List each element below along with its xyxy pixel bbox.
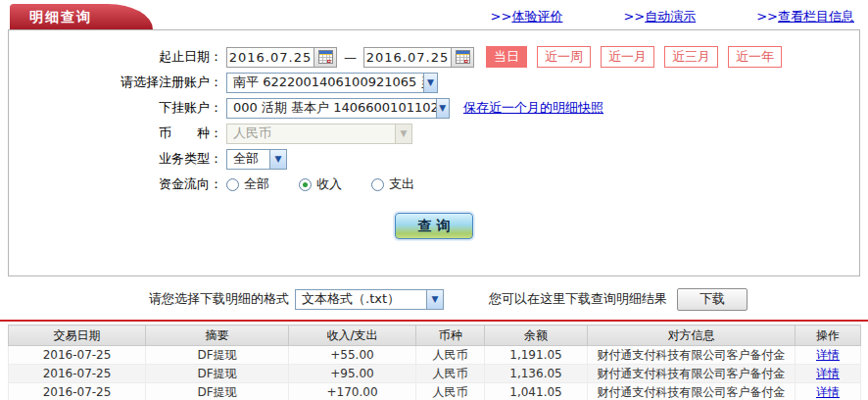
register-account-select[interactable]: 南平 6222001406100921065 灵通卡 ▼ [226, 73, 438, 93]
header-row: 交易日期 摘要 收入/支出 币种 余额 对方信息 操作 [9, 325, 861, 346]
col-header-counterparty: 对方信息 [588, 325, 796, 346]
link-auto-demo[interactable]: >>自动演示 [623, 8, 696, 25]
fund-flow-radio-all[interactable] [226, 178, 239, 191]
fund-flow-label: 资金流向： [9, 175, 226, 193]
link-label: 自动演示 [645, 9, 696, 24]
table-row: 2016-07-25 DF提现 +170.00 人民币 1,041.05 财付通… [9, 383, 861, 400]
link-prefix: >> [491, 9, 512, 24]
date-to-calendar-button[interactable] [451, 48, 473, 67]
fund-flow-option-label: 收入 [316, 175, 342, 193]
cell-amount: +95.00 [289, 365, 416, 383]
fund-flow-radio-group: 全部 收入 支出 [226, 175, 444, 193]
fund-flow-option-label: 支出 [389, 175, 414, 193]
col-header-action: 操作 [796, 325, 861, 346]
top-links: >>体验评价 >>自动演示 >>查看栏目信息 [430, 8, 854, 25]
download-button[interactable]: 下载 [677, 288, 747, 311]
calendar-icon [318, 50, 333, 64]
result-table: 交易日期 摘要 收入/支出 币种 余额 对方信息 操作 2016-07-25 D… [8, 325, 861, 400]
chevron-down-icon: ▼ [426, 290, 443, 309]
cell-amount: +170.00 [289, 383, 416, 400]
date-from-field: 2016.07.25 [226, 47, 337, 68]
quick-range-month-button[interactable]: 近一月 [601, 46, 654, 68]
query-button-row: 查 询 [9, 213, 859, 239]
date-range-separator: — [344, 50, 357, 65]
chevron-down-icon: ▼ [436, 99, 449, 118]
link-column-info[interactable]: >>查看栏目信息 [756, 8, 854, 25]
top-bar: 明细查询 >>体验评价 >>自动演示 >>查看栏目信息 [0, 0, 868, 29]
date-to-input[interactable]: 2016.07.25 [364, 50, 451, 65]
register-account-row: 请选择注册账户： 南平 6222001406100921065 灵通卡 ▼ [9, 70, 859, 95]
cell-currency: 人民币 [416, 383, 485, 400]
quick-range-year-button[interactable]: 近一年 [728, 46, 782, 68]
link-prefix: >> [623, 9, 645, 24]
download-row: 请您选择下载明细的格式 文本格式（.txt） ▼ 您可以在这里下载查询明细结果 … [0, 286, 868, 312]
download-format-value: 文本格式（.txt） [296, 290, 406, 308]
red-divider [0, 320, 868, 322]
cell-amount: +55.00 [289, 346, 416, 365]
currency-row: 币 种： 人民币 ▼ [9, 121, 859, 146]
quick-range-quarter-button[interactable]: 近三月 [664, 46, 718, 68]
calendar-icon [456, 50, 470, 64]
col-header-balance: 余额 [485, 325, 588, 346]
quick-range-week-button[interactable]: 近一周 [537, 46, 591, 68]
business-type-row: 业务类型： 全部 ▼ [9, 146, 859, 172]
table-row: 2016-07-25 DF提现 +95.00 人民币 1,136.05 财付通支… [9, 365, 861, 383]
sub-account-value: 000 活期 基本户 1406600101102571848 [227, 99, 436, 117]
cell-balance: 1,041.05 [485, 383, 588, 400]
col-header-currency: 币种 [416, 325, 485, 346]
date-range-row: 起止日期： 2016.07.25 — 2016.07.25 当日 近一周 近一月… [9, 44, 859, 70]
date-from-calendar-button[interactable] [313, 48, 336, 67]
cell-currency: 人民币 [416, 346, 485, 365]
date-from-input[interactable]: 2016.07.25 [227, 50, 313, 65]
link-experience-review[interactable]: >>体验评价 [491, 8, 563, 25]
currency-label: 币 种： [9, 125, 226, 142]
table-row: 2016-07-25 DF提现 +55.00 人民币 1,191.05 财付通支… [9, 346, 861, 365]
link-label: 体验评价 [511, 9, 562, 24]
detail-link[interactable]: 详情 [816, 348, 840, 362]
register-account-label: 请选择注册账户： [9, 74, 226, 91]
currency-value: 人民币 [227, 125, 277, 142]
chevron-down-icon: ▼ [269, 150, 286, 169]
col-header-date: 交易日期 [9, 325, 146, 346]
business-type-select[interactable]: 全部 ▼ [226, 149, 287, 170]
query-button[interactable]: 查 询 [395, 213, 473, 239]
link-prefix: >> [756, 9, 778, 24]
fund-flow-radio-income[interactable] [299, 178, 312, 191]
col-header-summary: 摘要 [146, 325, 289, 346]
detail-link[interactable]: 详情 [816, 385, 840, 399]
sub-account-select[interactable]: 000 活期 基本户 1406600101102571848 ▼ [226, 98, 450, 119]
query-form-panel: 起止日期： 2016.07.25 — 2016.07.25 当日 近一周 近一月… [8, 29, 860, 276]
chevron-down-icon: ▼ [395, 125, 411, 143]
date-range-label: 起止日期： [9, 48, 226, 66]
result-table-header: 交易日期 摘要 收入/支出 币种 余额 对方信息 操作 [9, 325, 861, 346]
download-format-select[interactable]: 文本格式（.txt） ▼ [295, 289, 444, 310]
date-to-field: 2016.07.25 [363, 47, 474, 68]
download-hint: 您可以在这里下载查询明细结果 [489, 290, 667, 308]
cell-balance: 1,191.05 [485, 346, 588, 365]
save-snapshot-link[interactable]: 保存近一个月的明细快照 [463, 99, 603, 117]
chevron-down-icon: ▼ [423, 74, 437, 92]
cell-balance: 1,136.05 [485, 365, 588, 383]
quick-range-today-button[interactable]: 当日 [486, 46, 527, 68]
business-type-label: 业务类型： [9, 150, 226, 168]
fund-flow-radio-expense[interactable] [371, 178, 384, 191]
sub-account-row: 下挂账户： 000 活期 基本户 1406600101102571848 ▼ 保… [9, 95, 859, 121]
cell-date: 2016-07-25 [9, 346, 146, 365]
link-label: 查看栏目信息 [778, 9, 854, 24]
sub-account-label: 下挂账户： [9, 99, 226, 117]
fund-flow-option-label: 全部 [244, 175, 269, 193]
col-header-amount: 收入/支出 [289, 325, 416, 346]
cell-summary: DF提现 [146, 365, 289, 383]
cell-counterparty: 财付通支付科技有限公司客户备付金 [588, 346, 796, 365]
download-format-label: 请您选择下载明细的格式 [149, 290, 289, 308]
page-title-tab: 明细查询 [10, 4, 153, 29]
cell-counterparty: 财付通支付科技有限公司客户备付金 [588, 365, 796, 383]
detail-link[interactable]: 详情 [816, 367, 840, 380]
fund-flow-row: 资金流向： 全部 收入 支出 [9, 172, 859, 197]
cell-date: 2016-07-25 [9, 383, 146, 400]
page-title: 明细查询 [29, 9, 92, 25]
cell-currency: 人民币 [416, 365, 485, 383]
cell-counterparty: 财付通支付科技有限公司客户备付金 [588, 383, 796, 400]
cell-summary: DF提现 [146, 383, 289, 400]
cell-summary: DF提现 [146, 346, 289, 365]
